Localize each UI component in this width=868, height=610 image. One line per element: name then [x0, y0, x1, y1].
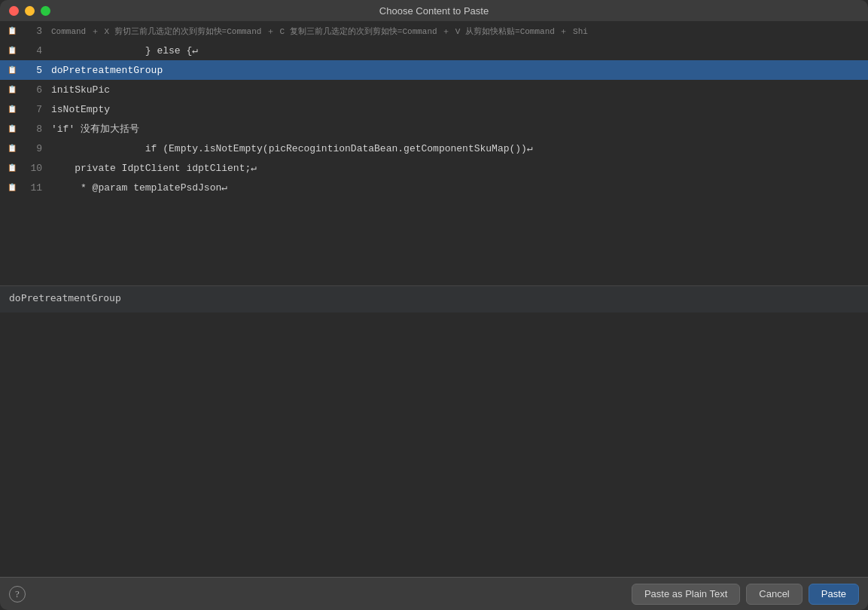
main-window: Choose Content to Paste 📋 3 Command ＋ X … [0, 0, 868, 610]
clipboard-icon: 📋 [6, 103, 18, 115]
list-item[interactable]: 📋 9 if (Empty.isNotEmpty(picRecogintionD… [0, 139, 868, 158]
cancel-button[interactable]: Cancel [746, 584, 802, 605]
line-number: 9 [21, 143, 42, 154]
preview-text: doPretreatmentGroup [9, 292, 121, 303]
paste-as-plain-text-button[interactable]: Paste as Plain Text [632, 584, 740, 605]
line-number: 5 [21, 65, 42, 76]
line-number: 4 [21, 45, 42, 56]
maximize-button[interactable] [41, 6, 50, 16]
line-content: doPretreatmentGroup [51, 65, 862, 76]
clipboard-icon: 📋 [6, 181, 18, 194]
list-item[interactable]: 📋 8 'if' 没有加大括号 [0, 119, 868, 139]
list-item[interactable]: 📋 7 isNotEmpty [0, 99, 868, 119]
line-content: initSkuPic [51, 84, 862, 96]
minimize-button[interactable] [25, 6, 35, 16]
list-item[interactable]: 📋 3 Command ＋ X 剪切三前几选定的次到剪如快=Command ＋ … [0, 21, 868, 41]
line-content: private IdptClient idptClient;↵ [51, 162, 862, 174]
bottom-bar: ? Paste as Plain Text Cancel Paste [0, 577, 868, 610]
preview-area: doPretreatmentGroup [0, 285, 868, 313]
clipboard-icon: 📋 [6, 25, 18, 37]
traffic-lights [9, 6, 50, 16]
bottom-left: ? [9, 586, 26, 602]
clipboard-icon: 📋 [6, 162, 18, 174]
close-button[interactable] [9, 6, 19, 16]
clipboard-icon: 📋 [6, 84, 18, 96]
empty-area [0, 313, 868, 577]
list-item[interactable]: 📋 10 private IdptClient idptClient;↵ [0, 158, 868, 178]
list-item[interactable]: 📋 4 } else {↵ [0, 41, 868, 60]
paste-button[interactable]: Paste [809, 584, 859, 605]
bottom-right: Paste as Plain Text Cancel Paste [632, 584, 859, 605]
line-content: 'if' 没有加大括号 [51, 122, 862, 136]
line-content: Command ＋ X 剪切三前几选定的次到剪如快=Command ＋ C 复制… [51, 26, 862, 37]
line-content: * @param templatePsdJson↵ [51, 181, 862, 194]
content-area: 📋 3 Command ＋ X 剪切三前几选定的次到剪如快=Command ＋ … [0, 21, 868, 577]
line-number: 8 [21, 124, 42, 135]
line-content: if (Empty.isNotEmpty(picRecogintionDataB… [51, 142, 862, 154]
window-title: Choose Content to Paste [379, 5, 489, 17]
list-item[interactable]: 📋 11 * @param templatePsdJson↵ [0, 178, 868, 197]
title-bar: Choose Content to Paste [0, 0, 868, 21]
line-number: 7 [21, 104, 42, 115]
line-content: isNotEmpty [51, 104, 862, 115]
help-button[interactable]: ? [9, 586, 26, 602]
line-number: 10 [21, 163, 42, 174]
line-number: 6 [21, 84, 42, 96]
line-number: 11 [21, 182, 42, 194]
list-item-selected[interactable]: 📋 5 doPretreatmentGroup [0, 60, 868, 80]
line-number: 3 [21, 26, 42, 37]
code-list[interactable]: 📋 3 Command ＋ X 剪切三前几选定的次到剪如快=Command ＋ … [0, 21, 868, 285]
clipboard-icon: 📋 [6, 123, 18, 135]
clipboard-icon: 📋 [6, 44, 18, 56]
line-content: } else {↵ [51, 44, 862, 56]
clipboard-icon: 📋 [6, 64, 18, 76]
clipboard-icon: 📋 [6, 142, 18, 154]
list-item[interactable]: 📋 6 initSkuPic [0, 80, 868, 99]
